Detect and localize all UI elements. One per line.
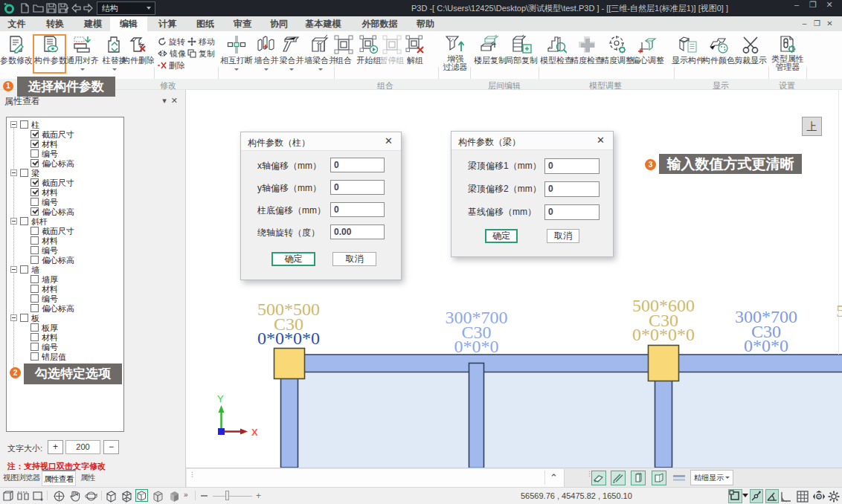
svg-text:X: X <box>251 427 258 438</box>
svg-text:Y: Y <box>217 393 224 404</box>
